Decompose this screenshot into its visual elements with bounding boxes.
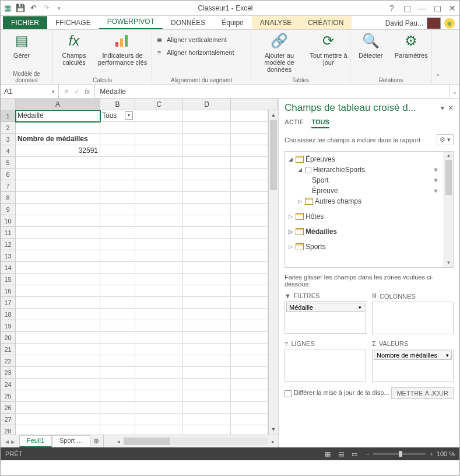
field-hierarchie[interactable]: ◢HierarchieSports▼ [286,164,443,175]
row-header[interactable]: 10 [1,215,16,227]
zoom-slider[interactable] [373,453,426,455]
cancel-formula-icon[interactable]: ✕ [64,88,69,96]
dropzone-rows[interactable] [285,349,366,382]
sheet-nav-next-icon[interactable]: ▸ [11,438,15,446]
cell[interactable] [183,414,231,425]
cell[interactable] [16,157,100,169]
cell[interactable] [183,110,231,122]
calc-fields-button[interactable]: fx Champs calculés [55,32,93,66]
tp-tab-actif[interactable]: ACTIF [285,118,303,128]
tp-tools-button[interactable]: ⚙ ▾ [437,134,454,145]
cell[interactable] [135,414,183,425]
cell[interactable] [135,122,183,134]
dropzone-values[interactable]: Nombre de médailles▾ [372,349,454,382]
cell[interactable] [135,215,183,227]
cell[interactable] [16,297,100,309]
cell[interactable] [16,192,100,204]
cell[interactable] [100,402,135,414]
cell[interactable] [100,332,135,344]
cell[interactable] [183,180,231,192]
cell[interactable] [135,157,183,169]
tab-file[interactable]: FICHIER [3,16,47,29]
cell[interactable] [16,344,100,355]
cell[interactable] [100,379,135,390]
zoom-in-icon[interactable]: + [429,450,433,457]
field-hotes[interactable]: ▷Hôtes [286,211,443,222]
cell[interactable] [135,204,183,215]
accept-formula-icon[interactable]: ✓ [74,88,80,96]
cell[interactable] [100,215,135,227]
cell[interactable] [100,145,135,157]
cell[interactable] [135,355,183,367]
cell[interactable] [231,320,268,332]
cell[interactable] [16,239,100,250]
tab-donnees[interactable]: DONNÉES [163,16,213,29]
field-sport[interactable]: Sport▼ [286,175,443,186]
cell[interactable] [231,122,268,134]
cell[interactable] [231,204,268,215]
cell[interactable] [135,145,183,157]
help-icon[interactable]: ? [387,4,396,13]
cell[interactable] [183,285,231,297]
cell[interactable] [231,285,268,297]
cell[interactable] [100,297,135,309]
cell[interactable] [100,157,135,169]
cell[interactable] [231,379,268,390]
cell[interactable] [183,204,231,215]
sheet-nav-prev-icon[interactable]: ◂ [5,438,9,446]
refresh-all-button[interactable]: ⟳ Tout mettre à jour [310,32,347,66]
cell[interactable] [231,367,268,379]
sheet-tab-sport[interactable]: Sport … [52,435,90,447]
close-icon[interactable]: ✕ [448,4,457,13]
cell[interactable] [16,180,100,192]
row-header[interactable]: 23 [1,367,16,379]
cell[interactable] [135,110,183,122]
cell[interactable] [231,110,268,122]
cell[interactable] [183,379,231,390]
cell[interactable] [183,215,231,227]
cell[interactable] [231,297,268,309]
cell[interactable] [135,390,183,402]
cell[interactable] [16,262,100,274]
avatar[interactable] [427,18,441,29]
tp-tab-tous[interactable]: TOUS [311,118,329,128]
row-header[interactable]: 25 [1,390,16,402]
cell[interactable] [16,390,100,402]
cell[interactable] [16,169,100,180]
cell[interactable] [135,169,183,180]
maximize-icon[interactable]: ▢ [433,4,442,13]
cell[interactable] [135,379,183,390]
cell[interactable] [16,250,100,262]
qat-dropdown-icon[interactable]: ▾ [54,4,64,13]
name-box[interactable]: A1▾ [1,85,59,98]
cell[interactable] [100,192,135,204]
cell[interactable] [100,390,135,402]
cell[interactable]: Nombre de médailles [16,134,100,145]
update-button[interactable]: METTRE À JOUR [391,387,454,399]
ribbon-display-icon[interactable]: ▢ [402,4,412,13]
cell[interactable] [100,250,135,262]
horizontal-scrollbar[interactable]: ◂ ▸ [114,435,278,447]
cell[interactable] [100,285,135,297]
view-pagebreak-icon[interactable]: ▭ [349,450,360,458]
add-sheet-icon[interactable]: ⊕ [90,435,102,447]
cell[interactable] [135,320,183,332]
cell[interactable] [100,344,135,355]
field-epreuve[interactable]: Épreuve▼ [286,186,443,196]
cell[interactable] [183,227,231,239]
cell[interactable] [183,309,231,320]
cell[interactable] [16,122,100,134]
cell[interactable] [135,227,183,239]
parameters-button[interactable]: ⚙ Paramètres [394,32,430,59]
align-vertical-button[interactable]: ≣Aligner verticalement [154,34,227,46]
cell[interactable] [135,332,183,344]
tab-equipe[interactable]: Équipe [213,16,251,29]
cell[interactable] [231,344,268,355]
cell[interactable] [135,344,183,355]
row-header[interactable]: 19 [1,320,16,332]
row-header[interactable]: 13 [1,250,16,262]
cell[interactable] [16,425,100,435]
cell[interactable] [100,227,135,239]
cell[interactable] [100,204,135,215]
tab-affichage[interactable]: FFICHAGE [47,16,99,29]
